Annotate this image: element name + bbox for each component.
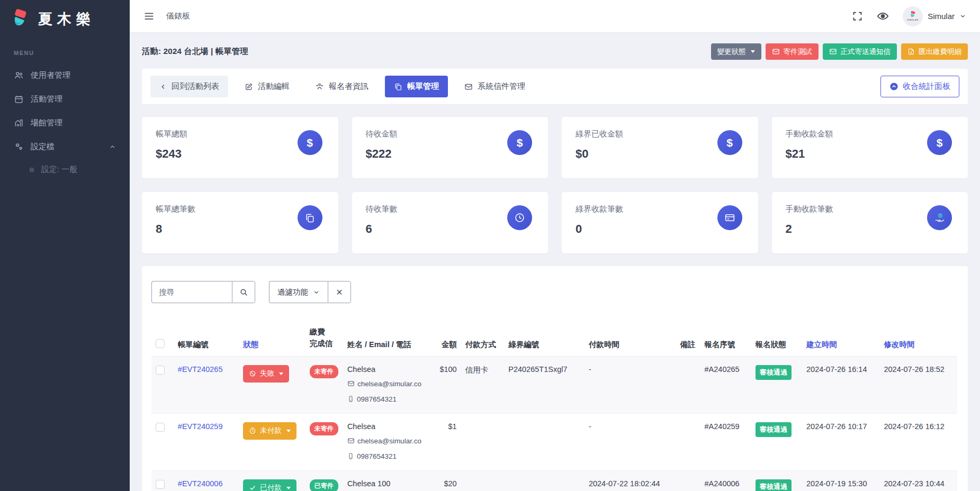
invoice-link[interactable]: #EVT240265	[178, 365, 223, 374]
eye-icon[interactable]	[877, 10, 889, 22]
status-dropdown-unpaid[interactable]: 未付款	[243, 422, 296, 440]
select-all-cell	[151, 322, 174, 356]
envelope-icon	[347, 379, 355, 387]
menu-toggle-icon[interactable]	[143, 11, 155, 22]
mail-status-badge: 已寄件	[310, 479, 338, 491]
clock-icon	[249, 427, 256, 434]
sidebar-item-venues[interactable]: 場館管理	[0, 111, 130, 135]
created-cell: 2024-07-26 10:17	[802, 413, 879, 470]
search-input[interactable]	[151, 281, 232, 303]
table-row: #EVT240006 已付款 已寄件	[151, 470, 957, 491]
envelope-icon	[347, 436, 355, 444]
row-checkbox[interactable]	[156, 366, 165, 375]
mail-status-badge: 未寄件	[310, 422, 338, 435]
status-dropdown-paid[interactable]: 已付款	[243, 479, 296, 491]
registrant-phone: 0987654321	[347, 451, 425, 462]
method-cell: 信用卡	[461, 356, 505, 413]
row-checkbox[interactable]	[156, 480, 165, 489]
row-checkbox[interactable]	[156, 423, 165, 432]
dollar-icon: $	[927, 130, 952, 155]
sidebar-item-label: 活動管理	[31, 94, 116, 104]
brand-name: 夏木樂	[38, 10, 95, 29]
tab-registrant-info[interactable]: 報名者資訊	[306, 76, 377, 97]
fullscreen-icon[interactable]	[852, 11, 863, 22]
invoice-link[interactable]: #EVT240259	[178, 422, 223, 431]
export-payment-button[interactable]: 匯出繳費明細	[901, 43, 968, 60]
hand-dollar-icon	[927, 205, 952, 230]
col-name-email-phone: 姓名 / Email / 電話	[343, 322, 429, 356]
brand-logo[interactable]: 夏木樂	[0, 0, 130, 38]
amount-cell: $1	[429, 413, 461, 470]
col-modified[interactable]: 修改時間	[879, 322, 957, 356]
mail-test-button[interactable]: 寄件測試	[766, 43, 819, 60]
sidebar-subitem-label: 設定: 一般	[41, 165, 77, 175]
pay-time-cell: -	[585, 356, 676, 413]
col-pay-time: 付款時間	[585, 322, 676, 356]
stat-card-total-count: 帳單總筆數 8	[142, 192, 338, 253]
stat-card-total-amount: 帳單總額 $243 $	[142, 117, 338, 178]
stat-card-pending-count: 待收筆數 6	[352, 192, 549, 253]
pay-time-cell: -	[585, 413, 676, 470]
note-cell	[676, 413, 700, 470]
clock-icon	[507, 205, 532, 230]
send-official-mail-button[interactable]: 正式寄送通知信	[823, 43, 897, 60]
gear-icon	[28, 166, 36, 174]
venue-icon	[14, 118, 24, 128]
tab-event-edit[interactable]: 活動編輯	[236, 76, 299, 97]
tab-system-mail[interactable]: 系統信件管理	[455, 76, 534, 97]
registrant-email: chelsea@simular.co	[347, 436, 425, 447]
stat-card-ecpay-count: 綠界收款筆數 0	[562, 192, 758, 253]
method-cell	[461, 470, 505, 491]
close-icon: ✕	[336, 287, 343, 297]
search-button[interactable]	[232, 281, 255, 303]
sidebar-item-events[interactable]: 活動管理	[0, 87, 130, 111]
check-icon	[249, 484, 256, 491]
pay-time-cell: 2024-07-22 18:02:44	[585, 470, 676, 491]
caret-down-icon	[751, 50, 755, 53]
circle-arrow-up-icon	[889, 82, 898, 91]
reg-no-cell: #A240006	[700, 470, 751, 491]
sidebar-item-settings[interactable]: 設定檔	[0, 135, 130, 159]
sidebar-item-label: 使用者管理	[31, 70, 116, 80]
sidebar-item-users[interactable]: 使用者管理	[0, 63, 130, 87]
registrant-name: Chelsea	[347, 422, 425, 431]
modified-cell: 2024-07-26 18:52	[879, 356, 957, 413]
modified-cell: 2024-07-26 16:12	[879, 413, 957, 470]
invoice-link[interactable]: #EVT240006	[178, 479, 223, 488]
copy-icon	[298, 205, 322, 230]
col-ecpay-id: 綠界編號	[504, 322, 585, 356]
col-method: 付款方式	[461, 322, 505, 356]
dollar-icon: $	[298, 130, 322, 155]
tab-back-to-events[interactable]: 回到活動列表	[150, 76, 228, 97]
sidebar-item-settings-general[interactable]: 設定: 一般	[0, 159, 130, 180]
calendar-icon	[14, 94, 24, 104]
ecpay-id-cell: P240265T1Sxgl7	[504, 356, 585, 413]
envelope-icon	[772, 48, 780, 56]
filter-clear-button[interactable]: ✕	[328, 281, 351, 303]
col-status[interactable]: 狀態	[239, 322, 305, 356]
status-dropdown-failed[interactable]: 失敗	[243, 365, 289, 383]
tab-billing[interactable]: 帳單管理	[385, 76, 448, 97]
filter-dropdown-button[interactable]: 過濾功能	[269, 281, 328, 303]
chevron-up-icon	[109, 143, 116, 150]
change-status-button[interactable]: 變更狀態	[711, 43, 761, 60]
col-payment-mail: 繳費 完成信	[305, 322, 343, 356]
reg-no-cell: #A240265	[700, 356, 751, 413]
filter-group: 過濾功能 ✕	[269, 281, 351, 303]
caret-down-icon	[286, 430, 291, 432]
user-menu[interactable]: SIMULAR Simular	[903, 6, 966, 26]
mail-status-badge: 未寄件	[310, 365, 338, 378]
billing-table-panel: 過濾功能 ✕	[142, 266, 968, 491]
sidebar-item-label: 設定檔	[31, 142, 102, 152]
modified-cell: 2024-07-23 10:44	[879, 470, 957, 491]
select-all-checkbox[interactable]	[156, 339, 165, 348]
col-amount: 金額	[429, 322, 461, 356]
invoice-copy-icon	[394, 83, 402, 91]
dollar-icon: $	[717, 130, 742, 155]
col-created[interactable]: 建立時間	[802, 322, 879, 356]
collapse-stats-button[interactable]: 收合統計面板	[880, 76, 959, 97]
users-icon	[14, 70, 24, 80]
page-breadcrumb-title: 儀錶板	[166, 11, 190, 21]
created-cell: 2024-07-19 15:30	[802, 470, 879, 491]
registrant-email: chelsea@simular.co	[347, 379, 425, 389]
